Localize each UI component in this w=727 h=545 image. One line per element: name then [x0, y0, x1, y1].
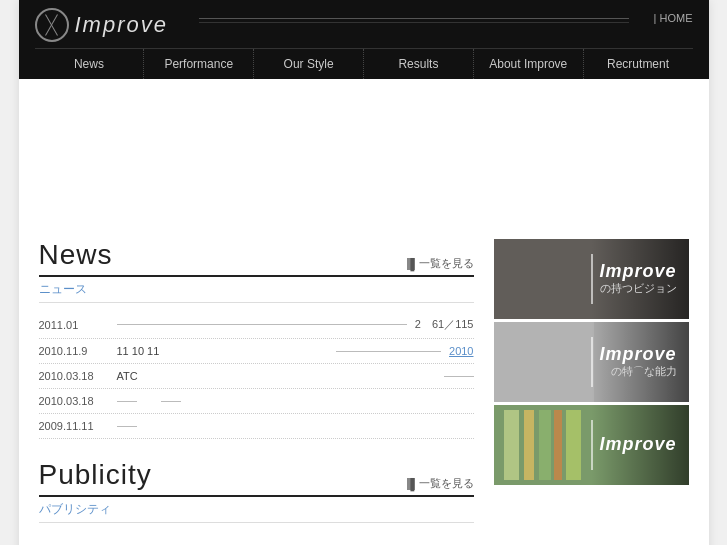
list-icon: ▐: [407, 258, 415, 270]
logo-icon: [35, 8, 69, 42]
publicity-view-all-link[interactable]: ▐ 一覧を見る: [407, 476, 474, 491]
news-item: 2009.11.11: [39, 414, 474, 439]
promo-text-style: Improve: [599, 435, 676, 455]
content-area: News ▐ 一覧を見る ニュース 2011.01 2 61／115: [19, 239, 709, 545]
right-column: Improve の持つビジョン: [494, 239, 689, 485]
news-divider: [336, 351, 442, 352]
page-wrapper: Improve | HOME News Performance Our Styl…: [0, 0, 727, 545]
nav-about[interactable]: About Improve: [474, 49, 584, 79]
news-date: 2010.03.18: [39, 395, 109, 407]
news-content: 11 10 11: [117, 345, 328, 357]
logo-area: Improve | HOME: [35, 8, 693, 48]
news-subtitle: ニュース: [39, 281, 474, 303]
news-link[interactable]: 2010: [449, 345, 473, 357]
news-number: 2 61／115: [415, 317, 474, 332]
news-item: 2010.03.18 ATC: [39, 364, 474, 389]
news-title: News: [39, 239, 113, 271]
news-divider: [117, 426, 137, 427]
news-divider: [161, 401, 181, 402]
home-link[interactable]: | HOME: [654, 8, 693, 24]
promo-sub-1: の持つビジョン: [599, 281, 676, 296]
publicity-section-header: Publicity ▐ 一覧を見る: [39, 459, 474, 497]
publicity-subtitle: パブリシティ: [39, 501, 474, 523]
news-date: 2010.03.18: [39, 370, 109, 382]
news-section-header: News ▐ 一覧を見る: [39, 239, 474, 277]
nav-recruitment[interactable]: Recrutment: [584, 49, 693, 79]
promo-brand-2: Improve: [599, 345, 676, 365]
news-divider: [444, 376, 474, 377]
promo-bar-1: [591, 254, 593, 304]
nav-results[interactable]: Results: [364, 49, 474, 79]
main-nav: News Performance Our Style Results About…: [35, 48, 693, 79]
news-date: 2009.11.11: [39, 420, 109, 432]
logo-text: Improve: [75, 12, 168, 38]
header-decoration: [199, 18, 629, 28]
news-content: ATC: [117, 370, 436, 382]
promo-card-style[interactable]: Improve: [494, 405, 689, 485]
promo-brand-1: Improve: [599, 262, 676, 282]
publicity-title: Publicity: [39, 459, 152, 491]
publicity-section: Publicity ▐ 一覧を見る パブリシティ: [39, 459, 474, 523]
header: Improve | HOME News Performance Our Styl…: [19, 0, 709, 79]
news-item: 2010.03.18: [39, 389, 474, 414]
news-item: 2010.11.9 11 10 11 2010: [39, 339, 474, 364]
nav-news[interactable]: News: [35, 49, 145, 79]
news-divider: [117, 401, 137, 402]
promo-card-vision[interactable]: Improve の持つビジョン: [494, 239, 689, 319]
news-view-all-link[interactable]: ▐ 一覧を見る: [407, 256, 474, 271]
list-icon: ▐: [407, 478, 415, 490]
hero-area: [19, 79, 709, 239]
news-date: 2010.11.9: [39, 345, 109, 357]
promo-sub-2: の特⌒な能力: [599, 364, 676, 379]
nav-our-style[interactable]: Our Style: [254, 49, 364, 79]
promo-bar-3: [591, 420, 593, 470]
inner-page: Improve | HOME News Performance Our Styl…: [19, 0, 709, 545]
publicity-view-all-label: 一覧を見る: [419, 476, 474, 491]
news-divider: [117, 324, 407, 325]
left-column: News ▐ 一覧を見る ニュース 2011.01 2 61／115: [39, 239, 474, 543]
promo-text-vision: Improve の持つビジョン: [599, 262, 676, 297]
promo-bar-2: [591, 337, 593, 387]
promo-text-ability: Improve の特⌒な能力: [599, 345, 676, 380]
news-item: 2011.01 2 61／115: [39, 311, 474, 339]
promo-card-ability[interactable]: Improve の特⌒な能力: [494, 322, 689, 402]
nav-performance[interactable]: Performance: [144, 49, 254, 79]
promo-brand-3: Improve: [599, 435, 676, 455]
news-section: News ▐ 一覧を見る ニュース 2011.01 2 61／115: [39, 239, 474, 439]
news-view-all-label: 一覧を見る: [419, 256, 474, 271]
logo: Improve: [35, 8, 168, 42]
news-date: 2011.01: [39, 319, 109, 331]
